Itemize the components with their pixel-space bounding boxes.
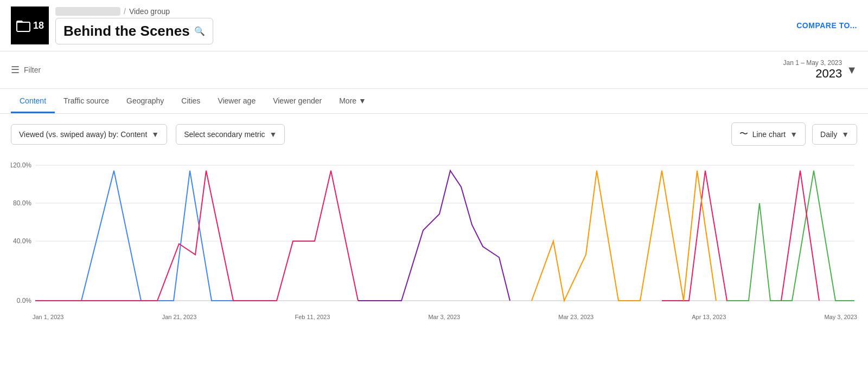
secondary-metric-label: Select secondary metric xyxy=(184,130,265,139)
compare-to-button[interactable]: COMPARE TO... xyxy=(796,21,857,30)
chart-type-dropdown[interactable]: 〜 Line chart ▼ xyxy=(731,122,806,146)
logo-box: 18 xyxy=(11,7,49,44)
filter-label: Filter xyxy=(24,66,41,74)
header: 18 / Video group Behind the Scenes 🔍 COM… xyxy=(0,0,868,51)
tab-geography[interactable]: Geography xyxy=(118,89,173,113)
primary-metric-arrow: ▼ xyxy=(151,130,159,139)
interval-label: Daily xyxy=(820,130,837,139)
svg-rect-0 xyxy=(17,22,30,31)
secondary-metric-arrow: ▼ xyxy=(270,130,277,139)
line-chart-icon: 〜 xyxy=(739,128,748,140)
breadcrumb-child: Video group xyxy=(129,7,170,16)
filter-bar: ☰ Filter Jan 1 – May 3, 2023 2023 ▼ xyxy=(0,51,868,89)
filter-icon: ☰ xyxy=(11,64,20,76)
tab-more[interactable]: More ▼ xyxy=(330,89,375,113)
tab-traffic-source[interactable]: Traffic source xyxy=(55,89,118,113)
x-label-may3: May 3, 2023 xyxy=(824,314,857,320)
chart-controls: Viewed (vs. swiped away) by: Content ▼ S… xyxy=(0,114,868,154)
search-icon[interactable]: 🔍 xyxy=(194,26,205,36)
filter-button[interactable]: ☰ Filter xyxy=(11,64,41,76)
x-label-apr13: Apr 13, 2023 xyxy=(692,314,726,320)
chart-container: 120.0% 80.0% 40.0% 0.0% xyxy=(11,160,857,312)
breadcrumb-parent[interactable] xyxy=(55,7,120,16)
header-left: 18 / Video group Behind the Scenes 🔍 xyxy=(11,7,213,44)
chart-type-arrow: ▼ xyxy=(790,130,797,139)
line-chart-svg: 120.0% 80.0% 40.0% 0.0% xyxy=(11,160,857,312)
tab-content[interactable]: Content xyxy=(11,89,55,113)
primary-metric-dropdown[interactable]: Viewed (vs. swiped away) by: Content ▼ xyxy=(11,124,167,145)
x-label-jan21: Jan 21, 2023 xyxy=(162,314,197,320)
breadcrumb: / Video group xyxy=(55,7,213,16)
folder-icon xyxy=(16,18,31,33)
tabs-bar: Content Traffic source Geography Cities … xyxy=(0,89,868,114)
interval-dropdown[interactable]: Daily ▼ xyxy=(812,124,857,145)
chart-type-label: Line chart xyxy=(752,130,786,139)
x-label-mar23: Mar 23, 2023 xyxy=(558,314,593,320)
title-box: Behind the Scenes 🔍 xyxy=(55,18,213,44)
date-range-selector: Jan 1 – May 3, 2023 2023 ▼ xyxy=(783,59,857,81)
tab-viewer-gender[interactable]: Viewer gender xyxy=(264,89,330,113)
tab-cities[interactable]: Cities xyxy=(173,89,209,113)
chart-area: 120.0% 80.0% 40.0% 0.0% xyxy=(0,154,868,331)
chart-type-controls: 〜 Line chart ▼ Daily ▼ xyxy=(731,122,857,146)
x-label-jan1: Jan 1, 2023 xyxy=(33,314,64,320)
date-range-label: Jan 1 – May 3, 2023 xyxy=(783,59,842,67)
x-axis-labels: Jan 1, 2023 Jan 21, 2023 Feb 11, 2023 Ma… xyxy=(11,312,857,320)
svg-text:0.0%: 0.0% xyxy=(17,297,32,304)
svg-text:120.0%: 120.0% xyxy=(11,161,31,169)
x-label-mar3: Mar 3, 2023 xyxy=(428,314,460,320)
page-title: Behind the Scenes xyxy=(63,23,190,40)
secondary-metric-dropdown[interactable]: Select secondary metric ▼ xyxy=(176,124,285,145)
logo-count: 18 xyxy=(33,20,44,31)
primary-metric-label: Viewed (vs. swiped away) by: Content xyxy=(19,130,147,139)
date-range-dropdown-arrow[interactable]: ▼ xyxy=(846,64,857,76)
svg-text:80.0%: 80.0% xyxy=(13,199,31,207)
breadcrumb-separator: / xyxy=(124,7,126,16)
interval-arrow: ▼ xyxy=(841,130,849,139)
date-range-value: 2023 xyxy=(783,67,842,81)
tab-viewer-age[interactable]: Viewer age xyxy=(209,89,264,113)
more-dropdown-arrow: ▼ xyxy=(359,96,366,105)
svg-text:40.0%: 40.0% xyxy=(13,237,31,245)
x-label-feb11: Feb 11, 2023 xyxy=(295,314,330,320)
